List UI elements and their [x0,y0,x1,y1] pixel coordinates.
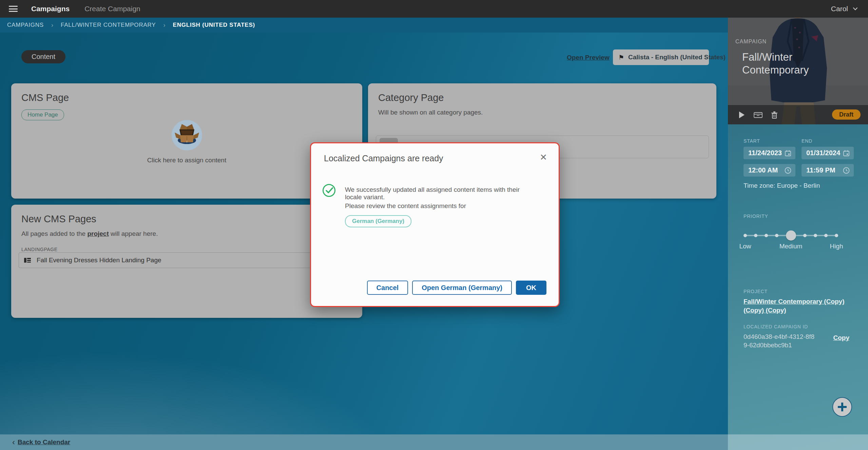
card-title: New CMS Pages [21,213,352,225]
priority-medium-label: Medium [779,243,803,250]
end-label: END [802,138,854,144]
description-text: All pages added to the [21,230,87,237]
card-title: CMS Page [21,92,352,103]
start-label: START [744,138,795,144]
localized-campaign-id-section: LOCALIZED CAMPAIGN ID 0d460a38-e4bf-4312… [744,324,855,349]
priority-dot[interactable] [835,234,838,237]
card-description: All pages added to the project will appe… [21,230,352,238]
priority-dot[interactable] [775,234,778,237]
assign-content-hint: Click here to assign content [11,157,362,164]
end-date-input[interactable]: 01/31/2024 [802,147,854,159]
nav-campaigns[interactable]: Campaigns [31,5,70,13]
page: Campaigns Create Campaign Carol CAMPAIGN… [0,0,868,450]
end-time-input[interactable]: 11:59 PM [802,164,854,177]
start-time-input[interactable]: 12:00 AM [744,164,795,177]
end-date-value: 01/31/2024 [806,149,840,157]
priority-dot[interactable] [824,234,828,237]
success-check-icon [322,183,336,199]
back-to-calendar-label: Back to Calendar [18,438,70,446]
card-title: Category Page [378,92,706,103]
flag-icon: ⚑ [618,54,624,61]
breadcrumb-locale: ENGLISH (UNITED STATES) [173,22,255,28]
start-date-value: 11/24/2023 [748,149,782,157]
campaign-sidebar: CAMPAIGN Fall/Winter Contemporary Draft … [728,18,868,450]
cms-page-card: CMS Page Home Page Click here to assign … [11,83,362,199]
priority-label: PRIORITY [744,213,847,219]
chevron-left-icon: ‹ [12,438,15,446]
end-time-value: 11:59 PM [806,166,835,174]
modal-title: Localized Campaigns are ready [324,154,443,163]
description-text: will appear here. [109,230,158,237]
card-description: Will be shown on all category pages. [378,109,706,116]
landingpage-label: LANDINGPAGE [21,247,58,252]
priority-scale-labels: Low Medium High [744,243,838,250]
localized-campaigns-modal: Localized Campaigns are ready ✕ We succe… [310,142,560,307]
priority-high-label: High [830,243,843,250]
priority-low-label: Low [739,243,751,250]
play-icon[interactable] [739,111,745,118]
clock-icon [784,167,792,174]
campaign-action-bar: Draft [728,105,868,124]
ok-button[interactable]: OK [516,281,546,295]
calendar-icon [843,149,850,157]
tab-content[interactable]: Content [21,50,65,63]
calendar-icon [784,149,792,157]
landing-page-name: Fall Evening Dresses Hidden Landing Page [37,257,161,264]
back-to-calendar-link[interactable]: ‹ Back to Calendar [12,438,70,446]
top-nav: Campaigns Create Campaign [31,5,140,13]
campaign-kicker: CAMPAIGN [735,39,767,45]
close-icon[interactable]: ✕ [540,152,547,163]
nav-create-campaign[interactable]: Create Campaign [84,5,140,13]
footer-bar: ‹ Back to Calendar [0,434,868,450]
new-cms-pages-card: New CMS Pages All pages added to the pro… [11,205,362,318]
locale-tag: German (Germany) [345,215,411,227]
breadcrumb-campaign-name[interactable]: FALL/WINTER CONTEMPORARY [61,22,156,28]
status-badge: Draft [832,109,861,120]
assign-content-dropzone[interactable]: Click here to assign content [11,120,362,164]
chevron-right-icon: › [163,22,166,29]
plus-icon [836,401,848,413]
chevron-right-icon: › [51,22,53,29]
project-link[interactable]: Fall/Winter Contemporary (Copy) (Copy) (… [744,297,849,315]
localized-id-value: 0d460a38-e4bf-4312-8f89-62d0bbebc9b1 [744,332,817,349]
priority-slider-track[interactable] [744,230,838,241]
home-page-tag: Home Page [21,109,64,120]
breadcrumb: CAMPAIGNS › FALL/WINTER CONTEMPORARY › E… [0,18,728,33]
priority-dot[interactable] [754,234,757,237]
clock-icon [843,167,850,174]
priority-dot[interactable] [765,234,768,237]
copy-id-link[interactable]: Copy [833,334,850,342]
trash-icon[interactable] [771,111,777,119]
start-date-input[interactable]: 11/24/2023 [744,147,795,159]
top-app-bar: Campaigns Create Campaign Carol [0,0,868,18]
modal-message-review: Please review the content assignments fo… [345,202,521,210]
chevron-down-icon [853,7,858,11]
open-preview-link[interactable]: Open Preview [567,54,610,61]
priority-section: PRIORITY Low Medium High [744,213,847,250]
project-section: PROJECT Fall/Winter Contemporary (Copy) … [744,289,849,315]
schedule-section: START END 11/24/2023 01/31/2024 12:00 AM… [744,138,854,189]
priority-dot[interactable] [803,234,807,237]
localized-id-label: LOCALIZED CAMPAIGN ID [744,324,855,329]
site-locale-selector[interactable]: ⚑ Calista - English (United States) [613,49,709,65]
landing-page-row[interactable]: Fall Evening Dresses Hidden Landing Page [19,252,355,268]
archive-box-icon[interactable] [754,111,763,118]
modal-actions: Cancel Open German (Germany) OK [367,281,546,295]
priority-slider-thumb[interactable] [786,230,796,241]
menu-icon[interactable] [9,6,18,12]
priority-dot[interactable] [814,234,817,237]
breadcrumb-campaigns[interactable]: CAMPAIGNS [7,22,44,28]
user-name: Carol [831,5,848,13]
add-button[interactable] [832,397,852,417]
site-selector-value: Calista - English (United States) [628,54,726,61]
cancel-button[interactable]: Cancel [367,281,408,295]
project-inline-link[interactable]: project [87,230,109,237]
start-time-value: 12:00 AM [748,166,778,174]
campaign-title: Fall/Winter Contemporary [742,51,820,77]
timezone-text: Time zone: Europe - Berlin [744,182,854,189]
user-menu[interactable]: Carol [831,5,858,13]
project-label: PROJECT [744,289,849,294]
landing-page-icon [24,258,31,263]
priority-dot[interactable] [744,234,747,237]
open-locale-button[interactable]: Open German (Germany) [412,281,512,295]
